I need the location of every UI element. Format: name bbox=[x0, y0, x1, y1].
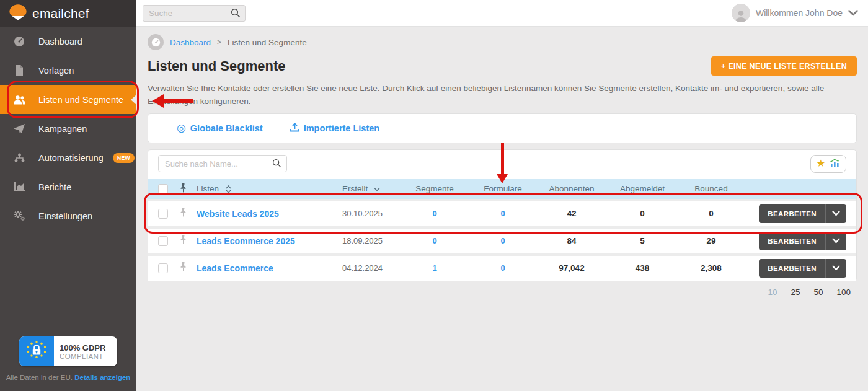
paper-plane-icon bbox=[12, 124, 26, 134]
page-size-100[interactable]: 100 bbox=[836, 288, 851, 297]
column-header-erstellt[interactable]: Erstellt bbox=[342, 184, 402, 193]
column-header-segmente[interactable]: Segmente bbox=[402, 184, 467, 193]
column-header-formulare[interactable]: Formulare bbox=[467, 184, 538, 193]
breadcrumb-current: Listen und Segmente bbox=[228, 38, 307, 47]
page-size-50[interactable]: 50 bbox=[813, 288, 823, 297]
forms-cell[interactable]: 0 bbox=[467, 263, 538, 273]
search-icon bbox=[231, 8, 241, 20]
pin-icon[interactable] bbox=[179, 235, 197, 247]
gdpr-compliant-label: COMPLIANT bbox=[60, 353, 117, 360]
sidebar-item-label: Berichte bbox=[38, 182, 71, 192]
chevron-down-icon bbox=[848, 7, 858, 19]
segments-cell[interactable]: 0 bbox=[402, 236, 467, 245]
edit-split-button: BEARBEITEN bbox=[759, 204, 846, 223]
unsubscribed-cell: 0 bbox=[605, 209, 680, 218]
gears-icon bbox=[12, 211, 26, 221]
gdpr-section: 100% GDPR COMPLIANT Alle Daten in der EU… bbox=[0, 336, 136, 381]
list-name-link[interactable]: Leads Ecommerce 2025 bbox=[197, 236, 342, 246]
breadcrumb: Dashboard > Listen und Segmente bbox=[148, 33, 857, 51]
gauge-icon bbox=[12, 36, 26, 47]
segments-cell[interactable]: 1 bbox=[402, 263, 467, 273]
global-blacklist-label: Globale Blacklist bbox=[190, 123, 263, 133]
column-header-bounced[interactable]: Bounced bbox=[680, 184, 743, 193]
gdpr-details-link[interactable]: Details anzeigen bbox=[74, 374, 130, 381]
sidebar-item-berichte[interactable]: Berichte bbox=[0, 172, 136, 201]
user-menu[interactable]: Willkommen John Doe bbox=[732, 4, 858, 22]
new-badge: NEW bbox=[113, 153, 135, 163]
lists-table-card: ★ bbox=[148, 149, 857, 281]
edit-dropdown-caret[interactable] bbox=[825, 232, 846, 250]
table-row: Leads Ecommerce 2025 18.09.2025 0 0 84 5… bbox=[148, 226, 856, 253]
quick-links-card: ◎ Globale Blacklist Importierte Listen bbox=[148, 113, 857, 143]
search-icon bbox=[272, 159, 281, 170]
sidebar-item-kampagnen[interactable]: Kampagnen bbox=[0, 114, 136, 143]
star-icon: ★ bbox=[817, 159, 825, 169]
create-list-button[interactable]: + EINE NEUE LISTE ERSTELLEN bbox=[711, 56, 857, 76]
sidebar-item-listen-und-segmente[interactable]: Listen und Segmente bbox=[0, 85, 136, 114]
column-header-abgemeldet[interactable]: Abgemeldet bbox=[605, 184, 680, 193]
gdpr-percent-label: 100% GDPR bbox=[60, 343, 117, 353]
row-checkbox[interactable] bbox=[158, 236, 168, 246]
edit-dropdown-caret[interactable] bbox=[825, 259, 846, 278]
page-size-10[interactable]: 10 bbox=[768, 288, 777, 297]
sidebar-item-label: Listen und Segmente bbox=[38, 95, 123, 105]
subscribers-cell: 97,042 bbox=[538, 263, 605, 273]
main-area: Willkommen John Doe Dashboard > Listen u… bbox=[136, 0, 868, 391]
global-search bbox=[143, 5, 246, 22]
row-checkbox[interactable] bbox=[158, 209, 168, 219]
target-rings-icon: ◎ bbox=[177, 123, 186, 133]
page-size-selector: 10 25 50 100 bbox=[148, 288, 857, 297]
global-blacklist-link[interactable]: ◎ Globale Blacklist bbox=[177, 123, 263, 133]
chef-hat-icon bbox=[8, 4, 28, 24]
edit-split-button: BEARBEITEN bbox=[759, 259, 846, 278]
active-item-notch bbox=[131, 95, 136, 105]
pin-icon[interactable] bbox=[179, 208, 197, 219]
sidebar-item-label: Einstellungen bbox=[38, 211, 92, 221]
sidebar-item-automatisierungen[interactable]: Automatisierungen NEW bbox=[0, 143, 136, 172]
column-header-abonnenten[interactable]: Abonnenten bbox=[538, 184, 605, 193]
sidebar-item-dashboard[interactable]: Dashboard bbox=[0, 27, 136, 56]
sidebar: emailchef Dashboard Vorlagen Listen und … bbox=[0, 0, 136, 391]
table-header-row: Listen Erstellt Segmente Formulare Abonn… bbox=[148, 179, 856, 199]
document-icon bbox=[12, 65, 26, 76]
page-size-25[interactable]: 25 bbox=[790, 288, 800, 297]
imported-lists-link[interactable]: Importierte Listen bbox=[290, 123, 379, 134]
edit-dropdown-caret[interactable] bbox=[825, 204, 846, 223]
gdpr-badge: 100% GDPR COMPLIANT bbox=[19, 336, 117, 366]
sidebar-item-vorlagen[interactable]: Vorlagen bbox=[0, 56, 136, 85]
forms-cell[interactable]: 0 bbox=[467, 209, 538, 218]
sidebar-item-einstellungen[interactable]: Einstellungen bbox=[0, 201, 136, 231]
brand-logo: emailchef bbox=[0, 0, 136, 27]
breadcrumb-dashboard-link[interactable]: Dashboard bbox=[170, 38, 211, 47]
avatar bbox=[732, 4, 750, 22]
list-search-input[interactable] bbox=[158, 155, 287, 172]
favorites-stats-button[interactable]: ★ bbox=[810, 155, 846, 173]
table-row: Website Leads 2025 30.10.2025 0 0 42 0 0… bbox=[148, 199, 856, 226]
list-name-link[interactable]: Website Leads 2025 bbox=[197, 209, 342, 219]
segments-cell[interactable]: 0 bbox=[402, 209, 467, 218]
edit-button[interactable]: BEARBEITEN bbox=[759, 232, 825, 250]
page-description: Verwalten Sie Ihre Kontakte oder erstell… bbox=[148, 82, 848, 108]
edit-button[interactable]: BEARBEITEN bbox=[759, 204, 825, 223]
breadcrumb-separator: > bbox=[217, 38, 221, 46]
created-cell: 30.10.2025 bbox=[342, 209, 402, 218]
eu-lock-icon bbox=[19, 336, 54, 366]
bounced-cell: 2,308 bbox=[680, 263, 743, 273]
forms-cell[interactable]: 0 bbox=[467, 236, 538, 245]
list-name-link[interactable]: Leads Ecommerce bbox=[197, 263, 342, 273]
sort-icon bbox=[226, 185, 231, 193]
sitemap-icon bbox=[12, 153, 26, 163]
column-header-listen[interactable]: Listen bbox=[197, 184, 342, 193]
select-all-checkbox[interactable] bbox=[158, 184, 168, 194]
pin-icon[interactable] bbox=[179, 262, 197, 274]
row-checkbox[interactable] bbox=[158, 263, 168, 273]
created-cell: 18.09.2025 bbox=[342, 236, 402, 245]
edit-button[interactable]: BEARBEITEN bbox=[759, 259, 825, 278]
subscribers-cell: 42 bbox=[538, 209, 605, 218]
gdpr-footer-text: Alle Daten in der EU. bbox=[6, 374, 73, 381]
sidebar-item-label: Automatisierungen bbox=[38, 153, 103, 163]
pin-icon[interactable] bbox=[179, 183, 197, 195]
topbar: Willkommen John Doe bbox=[136, 0, 868, 27]
sidebar-item-label: Dashboard bbox=[38, 37, 82, 46]
chart-icon bbox=[12, 182, 26, 191]
